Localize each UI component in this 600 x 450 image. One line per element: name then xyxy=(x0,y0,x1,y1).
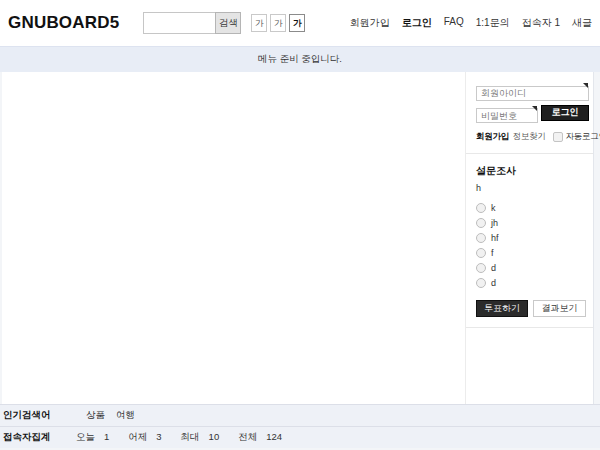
poll-option-label[interactable]: f xyxy=(491,248,494,258)
stat-yesterday: 어제 3 xyxy=(128,431,161,444)
search-button[interactable]: 검색 xyxy=(215,12,241,34)
stat-total: 전체 124 xyxy=(238,431,282,444)
search-box: 검색 xyxy=(143,12,241,34)
poll-option-radio[interactable] xyxy=(476,203,486,213)
login-button[interactable]: 로그인 xyxy=(541,105,589,121)
new-posts-link[interactable]: 새글 xyxy=(572,16,592,30)
poll-option-label[interactable]: d xyxy=(491,263,496,273)
keyword-list: 상품 여행 xyxy=(86,409,135,422)
find-info-link[interactable]: 정보찾기 xyxy=(513,131,546,143)
keyword-link[interactable]: 여행 xyxy=(116,409,135,422)
font-size-small-button[interactable]: 가 xyxy=(251,14,267,32)
poll-option: d xyxy=(476,262,590,273)
poll-option-radio[interactable] xyxy=(476,263,486,273)
footer: 인기검색어 상품 여행 접속자집계 오늘 1 어제 3 최대 10 전체 124 xyxy=(0,404,600,448)
member-id-input[interactable] xyxy=(476,86,589,101)
auto-login-checkbox[interactable] xyxy=(553,132,563,142)
poll-option: f xyxy=(476,247,590,258)
poll-option-radio[interactable] xyxy=(476,278,486,288)
visitor-stats-label: 접속자집계 xyxy=(3,431,73,444)
poll-option-radio[interactable] xyxy=(476,233,486,243)
sidebar-divider xyxy=(466,153,593,154)
poll-box: 설문조사 h k jh hf f d xyxy=(476,164,590,317)
visitor-stats: 오늘 1 어제 3 최대 10 전체 124 xyxy=(76,431,282,444)
required-corner-icon xyxy=(532,106,537,111)
stat-today: 오늘 1 xyxy=(76,431,109,444)
faq-link[interactable]: FAQ xyxy=(444,16,464,30)
qna-link[interactable]: 1:1문의 xyxy=(476,16,510,30)
register-link[interactable]: 회원가입 xyxy=(350,16,390,30)
poll-option: d xyxy=(476,277,590,288)
poll-option: k xyxy=(476,202,590,213)
header: GNUBOARD5 검색 가 가 가 회원가입 로그인 FAQ 1:1문의 접속… xyxy=(0,0,600,46)
register-link-sidebar[interactable]: 회원가입 xyxy=(476,131,509,143)
poll-option: hf xyxy=(476,232,590,243)
poll-option-label[interactable]: hf xyxy=(491,233,499,243)
vote-button[interactable]: 투표하기 xyxy=(476,300,528,317)
poll-option-radio[interactable] xyxy=(476,248,486,258)
main-content-area xyxy=(2,72,465,404)
login-box: 로그인 회원가입 정보찾기 자동로그인 xyxy=(476,82,590,143)
menu-bar: 메뉴 준비 중입니다. xyxy=(0,46,600,72)
top-nav: 회원가입 로그인 FAQ 1:1문의 접속자 1 새글 xyxy=(350,16,592,30)
poll-result-button[interactable]: 결과보기 xyxy=(533,300,586,317)
poll-option-radio[interactable] xyxy=(476,218,486,228)
site-logo[interactable]: GNUBOARD5 xyxy=(8,13,119,33)
login-links-row: 회원가입 정보찾기 자동로그인 xyxy=(476,131,591,143)
poll-title: 설문조사 xyxy=(476,164,590,178)
poll-option-label[interactable]: d xyxy=(491,278,496,288)
poll-option-label[interactable]: jh xyxy=(491,218,498,228)
poll-buttons-row: 투표하기 결과보기 xyxy=(476,300,589,317)
font-size-medium-button[interactable]: 가 xyxy=(270,14,286,32)
sidebar: 로그인 회원가입 정보찾기 자동로그인 설문조사 h k jh xyxy=(465,72,593,404)
poll-option: jh xyxy=(476,217,590,228)
poll-option-label[interactable]: k xyxy=(491,203,496,213)
required-corner-icon xyxy=(583,83,588,88)
poll-question: h xyxy=(476,183,590,193)
font-resize-buttons: 가 가 가 xyxy=(251,14,305,32)
keyword-link[interactable]: 상품 xyxy=(86,409,105,422)
login-link[interactable]: 로그인 xyxy=(402,16,432,30)
popular-keywords-row: 인기검색어 상품 여행 xyxy=(0,404,600,426)
stat-max: 최대 10 xyxy=(181,431,220,444)
content-wrap: 로그인 회원가입 정보찾기 자동로그인 설문조사 h k jh xyxy=(2,72,594,404)
sidebar-divider xyxy=(466,327,593,328)
font-size-large-button[interactable]: 가 xyxy=(289,14,305,32)
visitors-link[interactable]: 접속자 1 xyxy=(522,16,560,30)
popular-keywords-label: 인기검색어 xyxy=(3,409,73,422)
auto-login-label[interactable]: 자동로그인 xyxy=(566,131,600,143)
search-input[interactable] xyxy=(143,12,215,34)
password-input[interactable] xyxy=(476,108,538,123)
visitor-stats-row: 접속자집계 오늘 1 어제 3 최대 10 전체 124 xyxy=(0,426,600,448)
menu-notice-text: 메뉴 준비 중입니다. xyxy=(258,53,342,66)
